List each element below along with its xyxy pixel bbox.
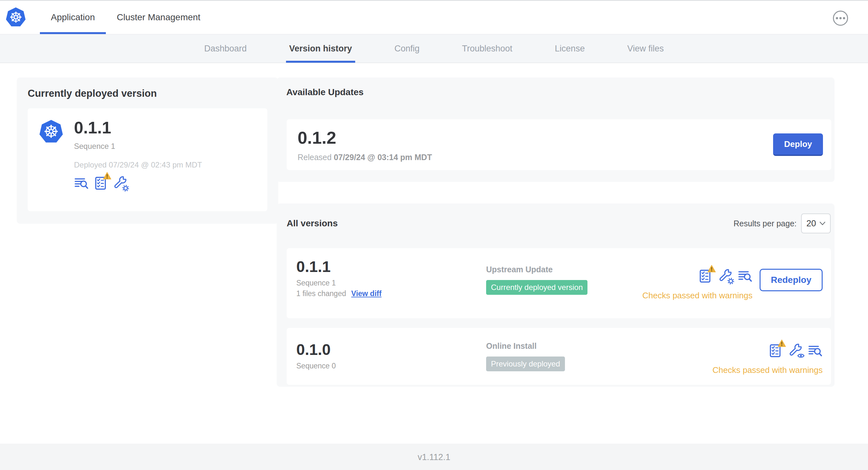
update-released-line: Released 07/29/24 @ 03:14 pm MDT — [298, 153, 432, 162]
kots-admin-console: ☸ Application Cluster Management Dashboa… — [0, 0, 868, 470]
log-search-icon[interactable] — [738, 269, 752, 283]
view-diff-link[interactable]: View diff — [351, 289, 381, 298]
row-version-number: 0.1.1 — [296, 258, 486, 275]
deployed-sequence: Sequence 1 — [74, 142, 202, 151]
tab-application-label: Application — [51, 12, 95, 23]
deploy-button[interactable]: Deploy — [773, 133, 823, 156]
subnav-tab-version-history[interactable]: Version history — [286, 34, 355, 63]
main-content: Currently deployed version ☸ 0.1.1 Seque… — [0, 63, 868, 443]
log-search-icon[interactable] — [74, 176, 89, 191]
version-row-source: Online Install Previously deployed — [486, 341, 565, 385]
version-row-info: 0.1.1 Sequence 1 1 files changed View di… — [296, 258, 486, 318]
top-bar: ☸ Application Cluster Management — [0, 1, 868, 34]
currently-deployed-badge: Currently deployed version — [486, 280, 587, 295]
kubernetes-wheel-icon: ☸ — [43, 123, 59, 140]
subnav-tab-label: License — [555, 44, 585, 54]
deployed-action-icons — [74, 176, 202, 191]
version-row: 0.1.0 Sequence 0 Online Install Previous… — [287, 328, 831, 385]
previously-deployed-badge: Previously deployed — [486, 357, 565, 371]
deployed-timestamp: Deployed 07/29/24 @ 02:43 pm MDT — [74, 160, 202, 169]
tab-application[interactable]: Application — [40, 1, 106, 34]
icons-and-status: Checks passed with warnings — [713, 343, 823, 375]
preflight-checks-warning-icon[interactable] — [93, 176, 108, 191]
results-per-page-value: 20 — [806, 219, 816, 229]
log-search-icon[interactable] — [808, 343, 823, 358]
files-changed-text: 1 files changed — [296, 289, 346, 298]
results-per-page: Results per page: 20 — [734, 213, 831, 233]
ellipsis-dot — [843, 17, 845, 19]
row-source-label: Upstream Update — [486, 265, 587, 274]
version-row-actions: Checks passed with warnings Redeploy — [642, 269, 823, 318]
released-timestamp: 07/29/24 @ 03:14 pm MDT — [334, 153, 432, 162]
subnav-tab-license[interactable]: License — [552, 34, 588, 63]
all-versions-panel: All versions Results per page: 20 0.1.1 … — [277, 203, 835, 387]
currently-deployed-title: Currently deployed version — [28, 88, 267, 99]
available-update-card: 0.1.2 Released 07/29/24 @ 03:14 pm MDT D… — [287, 119, 831, 170]
subnav-tab-view-files[interactable]: View files — [624, 34, 667, 63]
version-row-source: Upstream Update Currently deployed versi… — [486, 265, 587, 318]
subnav-tab-config[interactable]: Config — [391, 34, 423, 63]
warning-triangle-icon — [778, 339, 786, 347]
tab-cluster-management[interactable]: Cluster Management — [106, 1, 211, 34]
currently-deployed-panel: Currently deployed version ☸ 0.1.1 Seque… — [17, 77, 278, 224]
redeploy-button[interactable]: Redeploy — [760, 269, 823, 291]
gear-icon — [122, 184, 129, 192]
config-wrench-gear-icon[interactable] — [113, 176, 127, 191]
row-sequence: Sequence 1 — [296, 279, 486, 288]
row-version-number: 0.1.0 — [296, 341, 486, 359]
top-tabs: Application Cluster Management — [40, 1, 211, 34]
available-updates-panel: Available Updates 0.1.2 Released 07/29/2… — [277, 77, 835, 182]
kubernetes-app-icon: ☸ — [39, 120, 63, 144]
preflight-status-text: Checks passed with warnings — [713, 365, 823, 375]
subnav-tab-label: Dashboard — [204, 44, 247, 54]
warning-triangle-icon — [708, 265, 716, 273]
row-action-icons — [768, 343, 823, 358]
update-version-number: 0.1.2 — [298, 128, 432, 147]
config-wrench-gear-icon[interactable] — [718, 269, 733, 283]
row-action-icons — [698, 269, 752, 283]
ellipsis-dot — [839, 17, 842, 19]
app-sub-nav: Dashboard Version history Config Trouble… — [0, 34, 868, 63]
row-source-label: Online Install — [486, 341, 565, 351]
preflight-status-text: Checks passed with warnings — [642, 291, 752, 301]
currently-deployed-card: ☸ 0.1.1 Sequence 1 Deployed 07/29/24 @ 0… — [28, 108, 267, 211]
version-row-actions: Checks passed with warnings — [713, 343, 823, 385]
update-info: 0.1.2 Released 07/29/24 @ 03:14 pm MDT — [298, 128, 432, 162]
subnav-tab-label: Troubleshoot — [462, 44, 513, 54]
deployed-version-number: 0.1.1 — [74, 118, 202, 137]
tab-cluster-management-label: Cluster Management — [117, 12, 200, 23]
icons-and-status: Checks passed with warnings — [642, 269, 752, 301]
eye-icon — [797, 352, 805, 360]
chevron-down-icon — [819, 222, 826, 225]
subnav-tab-label: View files — [627, 44, 664, 54]
all-versions-header: All versions Results per page: 20 — [287, 213, 831, 234]
row-sequence: Sequence 0 — [296, 362, 486, 370]
results-per-page-label: Results per page: — [734, 219, 797, 228]
all-versions-title: All versions — [287, 218, 338, 229]
version-row: 0.1.1 Sequence 1 1 files changed View di… — [287, 248, 831, 318]
preflight-checks-warning-icon[interactable] — [698, 269, 713, 283]
gear-icon — [727, 277, 735, 285]
subnav-tab-dashboard[interactable]: Dashboard — [201, 34, 250, 63]
kubernetes-wheel-icon: ☸ — [9, 10, 22, 25]
subnav-tab-troubleshoot[interactable]: Troubleshoot — [459, 34, 516, 63]
preflight-checks-warning-icon[interactable] — [768, 343, 783, 358]
warning-triangle-icon — [103, 172, 111, 180]
subnav-tab-label: Version history — [289, 44, 352, 54]
version-row-info: 0.1.0 Sequence 0 — [296, 341, 486, 385]
results-per-page-select[interactable]: 20 — [801, 213, 831, 233]
available-updates-title: Available Updates — [286, 87, 831, 97]
console-footer: v1.112.1 — [0, 444, 868, 470]
released-prefix: Released — [298, 153, 332, 162]
console-version: v1.112.1 — [417, 452, 451, 462]
ellipsis-dot — [836, 17, 838, 19]
subnav-tab-label: Config — [395, 44, 420, 54]
kubernetes-logo-icon: ☸ — [6, 7, 26, 27]
deployed-version-info: 0.1.1 Sequence 1 Deployed 07/29/24 @ 02:… — [74, 118, 202, 202]
more-menu-button[interactable] — [833, 11, 848, 26]
row-files-changed-line: 1 files changed View diff — [296, 289, 486, 298]
config-wrench-eye-icon[interactable] — [788, 343, 803, 358]
